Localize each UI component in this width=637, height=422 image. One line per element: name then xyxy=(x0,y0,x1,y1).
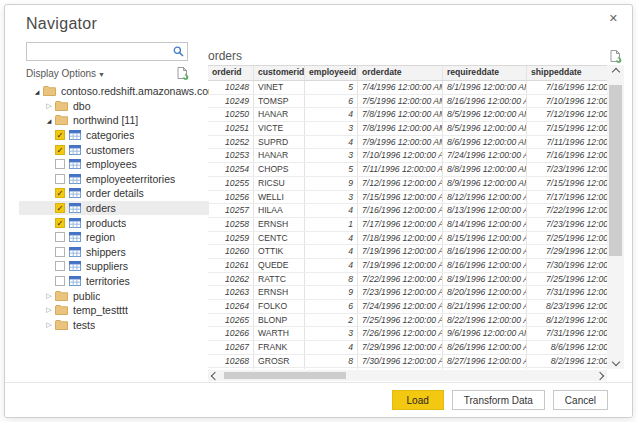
table-cell: 7/29/1996 12:00:00 AM xyxy=(527,245,607,258)
collapsed-arrow-icon[interactable]: ▷ xyxy=(43,306,55,314)
scroll-down-icon[interactable] xyxy=(611,358,619,366)
table-cell: FRANK xyxy=(254,341,305,354)
load-button[interactable]: Load xyxy=(392,390,444,410)
vertical-scroll-track[interactable] xyxy=(607,79,624,355)
table-cell: CHOPS xyxy=(254,163,305,176)
tree-item-northwind-11[interactable]: ◢northwind [11] xyxy=(19,113,209,128)
tree-item-products[interactable]: ✓products xyxy=(19,215,209,230)
scroll-up-icon[interactable] xyxy=(611,68,619,76)
cancel-button[interactable]: Cancel xyxy=(553,390,608,410)
table-icon xyxy=(69,276,81,286)
tree-item-label: products xyxy=(86,217,126,229)
table-icon xyxy=(69,247,81,257)
table-cell: 7/11/1996 12:00:00 AM xyxy=(358,163,443,176)
table-cell: 7/31/1996 12:00:00 AM xyxy=(358,368,443,369)
collapsed-arrow-icon[interactable]: ▷ xyxy=(43,321,55,329)
table-cell: WHITC xyxy=(254,368,305,369)
table-row: 10249TOMSP67/5/1996 12:00:00 AM8/16/1996… xyxy=(208,95,607,109)
table-cell: 10254 xyxy=(208,163,254,176)
table-cell: 8 xyxy=(305,273,358,286)
tree-item-label: suppliers xyxy=(86,260,128,272)
table-icon xyxy=(69,232,81,242)
table-cell: 7/8/1996 12:00:00 AM xyxy=(358,108,443,121)
tree-item-tests[interactable]: ▷tests xyxy=(19,318,209,333)
checkbox-unchecked[interactable] xyxy=(55,174,65,184)
search-box xyxy=(26,42,188,61)
display-options-dropdown[interactable]: Display Options▼ xyxy=(26,68,105,79)
collapsed-arrow-icon[interactable]: ▷ xyxy=(43,102,55,110)
tree-item-territories[interactable]: territories xyxy=(19,274,209,289)
folder-icon xyxy=(55,291,68,301)
checkbox-unchecked[interactable] xyxy=(55,261,65,271)
table-cell: 3 xyxy=(305,122,358,135)
tree-item-employeeterritories[interactable]: employeeterritories xyxy=(19,172,209,187)
table-cell: 7/24/1996 12:00:00 AM xyxy=(443,149,527,162)
vertical-scrollbar[interactable] xyxy=(607,65,624,369)
chevron-down-icon: ▼ xyxy=(98,71,105,78)
column-header-shippeddate: shippeddate xyxy=(527,66,607,80)
table-cell: 7/23/1996 12:00:00 AM xyxy=(527,163,607,176)
checkbox-checked[interactable]: ✓ xyxy=(55,203,65,213)
horizontal-scrollbar[interactable] xyxy=(208,370,607,381)
table-cell: 7/17/1996 12:00:00 AM xyxy=(358,218,443,231)
horizontal-scroll-track[interactable] xyxy=(222,370,593,381)
tree-item-region[interactable]: region xyxy=(19,230,209,245)
vertical-scroll-thumb[interactable] xyxy=(609,85,622,256)
checkbox-unchecked[interactable] xyxy=(55,232,65,242)
table-cell: 10255 xyxy=(208,177,254,190)
checkbox-checked[interactable]: ✓ xyxy=(55,145,65,155)
table-cell: RICSU xyxy=(254,177,305,190)
tree-item-orders[interactable]: ✓orders xyxy=(19,201,209,216)
table-cell: 7/11/1996 12:00:00 AM xyxy=(527,136,607,149)
table-cell: 4 xyxy=(305,245,358,258)
expanded-arrow-icon[interactable]: ◢ xyxy=(31,88,43,95)
tree-item-temp-testttt[interactable]: ▷temp_testttt xyxy=(19,303,209,318)
table-cell: 7/17/1996 12:00:00 AM xyxy=(527,191,607,204)
table-cell: 2 xyxy=(305,314,358,327)
tree-item-contoso-redshift-amazonaws-com[interactable]: ◢contoso.redshift.amazonaws.com xyxy=(19,84,209,99)
transform-data-button[interactable]: Transform Data xyxy=(452,390,545,410)
tree-item-shippers[interactable]: shippers xyxy=(19,245,209,260)
table-cell: 8/2/1996 12:00:00 AM xyxy=(527,355,607,368)
checkbox-checked[interactable]: ✓ xyxy=(55,130,65,140)
close-icon[interactable]: ✕ xyxy=(609,13,618,24)
table-row: 10258ERNSH17/17/1996 12:00:00 AM8/14/199… xyxy=(208,218,607,232)
table-cell: 7/25/1996 12:00:00 AM xyxy=(358,314,443,327)
column-header-orderdate: orderdate xyxy=(358,66,443,80)
checkbox-unchecked[interactable] xyxy=(55,159,65,169)
table-cell: 7/15/1996 12:00:00 AM xyxy=(358,191,443,204)
checkbox-unchecked[interactable] xyxy=(55,276,65,286)
table-cell: 10253 xyxy=(208,149,254,162)
search-input[interactable] xyxy=(27,46,170,57)
checkbox-checked[interactable]: ✓ xyxy=(55,188,65,198)
expanded-arrow-icon[interactable]: ◢ xyxy=(43,117,55,124)
tree-item-public[interactable]: ▷public xyxy=(19,288,209,303)
preview-table-title: orders xyxy=(208,49,242,63)
table-cell: 8/15/1996 12:00:00 AM xyxy=(443,232,527,245)
tree-item-label: categories xyxy=(86,129,134,141)
tree-item-customers[interactable]: ✓customers xyxy=(19,142,209,157)
table-cell: 8/14/1996 12:00:00 AM xyxy=(443,368,527,369)
table-cell: 4 xyxy=(305,232,358,245)
tree-item-employees[interactable]: employees xyxy=(19,157,209,172)
table-cell: 10267 xyxy=(208,341,254,354)
tree-item-suppliers[interactable]: suppliers xyxy=(19,259,209,274)
tree-item-categories[interactable]: ✓categories xyxy=(19,128,209,143)
table-cell: 4 xyxy=(305,259,358,272)
scroll-left-icon[interactable] xyxy=(211,371,219,379)
checkbox-checked[interactable]: ✓ xyxy=(55,218,65,228)
tree-item-dbo[interactable]: ▷dbo xyxy=(19,99,209,114)
collapsed-arrow-icon[interactable]: ▷ xyxy=(43,292,55,300)
search-icon[interactable] xyxy=(170,46,187,57)
tree-item-order-details[interactable]: ✓order details xyxy=(19,186,209,201)
table-row: 10253HANAR37/10/1996 12:00:00 AM7/24/199… xyxy=(208,149,607,163)
table-cell: 8 xyxy=(305,355,358,368)
column-header-customerid: customerid xyxy=(254,66,305,80)
refresh-icon[interactable] xyxy=(177,66,189,80)
folder-icon xyxy=(43,86,56,96)
table-cell: 7/26/1996 12:00:00 AM xyxy=(358,327,443,340)
preview-refresh-icon[interactable] xyxy=(610,49,622,63)
horizontal-scroll-thumb[interactable] xyxy=(224,372,346,379)
scroll-right-icon[interactable] xyxy=(596,371,604,379)
checkbox-unchecked[interactable] xyxy=(55,247,65,257)
